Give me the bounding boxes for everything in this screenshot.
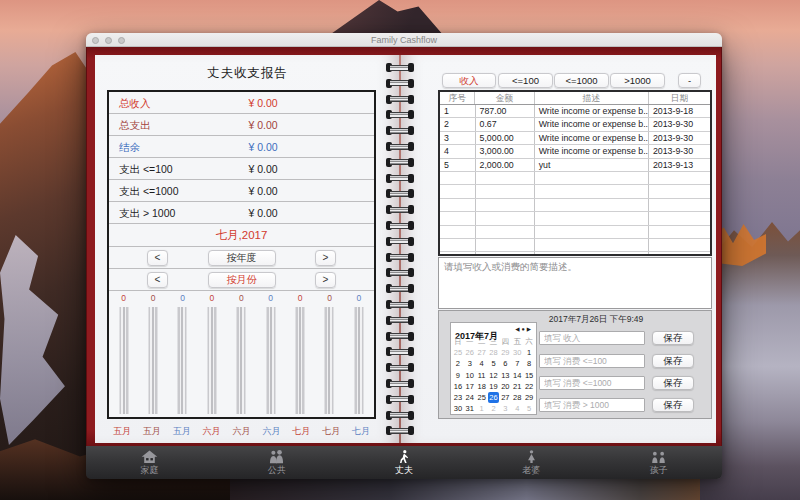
save-button[interactable]: 保存 [652,331,694,345]
table-header-cell: 序号 [440,92,475,104]
table-empty-row [440,212,710,225]
table-header-cell: 描述 [535,92,649,104]
chart-bar [266,307,275,414]
save-button[interactable]: 保存 [652,398,694,412]
table-header-cell: 日期 [649,92,710,104]
year-mode-button[interactable]: 按年度 [208,250,276,266]
staple-bar [390,128,410,134]
table-row[interactable]: 52,000.00yut2013-9-13 [440,159,710,172]
table-empty-cell [649,172,710,184]
save-button[interactable]: 保存 [652,376,694,390]
description-input[interactable]: 请填写收入或消费的简要描述。 [438,257,712,309]
tab-老婆[interactable]: 老婆 [468,446,595,479]
table-cell: 2013-9-30 [649,132,710,144]
tab-孩子[interactable]: 孩子 [595,446,722,479]
table-row[interactable]: 43,000.00Write income or expense b...201… [440,145,710,158]
filter-button[interactable]: <=100 [498,73,553,88]
chart-column: 0 [197,291,226,416]
staple-bar [390,349,410,355]
chart-month-label: 七月 [346,425,376,437]
month-mode-button[interactable]: 按月份 [208,272,276,288]
table-empty-cell [649,252,710,256]
chart-month-label: 五月 [167,425,197,437]
summary-value: ¥ 0.00 [203,202,323,224]
chart-value-label: 0 [256,293,285,303]
table-empty-cell [440,239,476,251]
table-empty-cell [476,185,535,197]
year-prev-button[interactable]: < [147,250,168,266]
year-next-button[interactable]: > [315,250,336,266]
table-row[interactable]: 1787.00Write income or expense b...2013-… [440,105,710,118]
chart-column: 0 [344,291,373,416]
spiral-binding-staple [386,79,414,88]
staple-cap [408,268,414,277]
filter-button[interactable]: <=1000 [554,73,609,88]
filter-button[interactable]: >1000 [610,73,665,88]
chart-month-label: 七月 [286,425,316,437]
table-empty-cell [476,226,535,238]
tab-label: 家庭 [141,465,159,475]
table-empty-row [440,252,710,256]
month-next-button[interactable]: > [315,272,336,288]
spiral-binding-staple [386,347,414,356]
table-empty-cell [535,185,649,197]
summary-label: 支出 > 1000 [119,202,175,224]
period-label: 七月,2017 [109,224,374,247]
staple-bar [390,396,410,402]
spiral-binding-staple [386,411,414,420]
staple-bar [390,302,410,308]
table-cell: 3 [440,132,476,144]
staple-bar [390,223,410,229]
entry-amount-input[interactable] [539,376,645,390]
table-cell: 2013-9-30 [649,118,710,130]
staple-bar [390,381,410,387]
summary-value: ¥ 0.00 [203,136,323,158]
children-icon [649,450,668,464]
table-cell: 2013-9-13 [649,159,710,171]
transactions-table[interactable]: 序号金额描述日期1787.00Write income or expense b… [438,90,712,256]
staple-bar [390,191,410,197]
tab-公共[interactable]: 公共 [213,446,340,479]
table-empty-cell [476,239,535,251]
table-empty-cell [476,212,535,224]
staple-cap [408,142,414,151]
summary-row: 支出 <=1000¥ 0.00 [109,180,374,202]
month-prev-button[interactable]: < [147,272,168,288]
filter-button[interactable]: 收入 [442,73,496,88]
staple-bar [390,365,410,371]
table-empty-cell [440,185,476,197]
table-empty-cell [476,199,535,211]
chart-month-label: 五月 [137,425,167,437]
summary-label: 总收入 [119,92,151,114]
staple-cap [408,300,414,309]
save-button[interactable]: 保存 [652,354,694,368]
summary-value: ¥ 0.00 [203,92,323,114]
tab-家庭[interactable]: 家庭 [86,446,213,479]
table-empty-cell [649,199,710,211]
spiral-binding-staple [386,126,414,135]
spiral-binding-staple [386,268,414,277]
window-titlebar[interactable]: Family Cashflow [86,33,722,47]
tab-丈夫[interactable]: 丈夫 [340,446,467,479]
tab-label: 老婆 [522,465,540,475]
table-row[interactable]: 20.67Write income or expense b...2013-9-… [440,118,710,131]
table-empty-cell [440,226,476,238]
entry-amount-input[interactable] [539,398,645,412]
walking-man-icon [395,450,414,464]
table-row[interactable]: 35,000.00Write income or expense b...201… [440,132,710,145]
entry-amount-input[interactable] [539,354,645,368]
table-cell: 787.00 [476,105,535,117]
entry-amount-input[interactable] [539,331,645,345]
summary-value: ¥ 0.00 [203,114,323,136]
table-empty-row [440,239,710,252]
staple-bar [390,428,410,434]
filter-button[interactable]: - [678,73,701,88]
table-empty-cell [649,239,710,251]
wallpaper-mountain-peak [328,0,444,36]
staple-cap [408,110,414,119]
staple-cap [408,316,414,325]
table-empty-cell [535,172,649,184]
table-empty-cell [535,239,649,251]
table-empty-cell [440,212,476,224]
woman-icon [522,450,541,464]
